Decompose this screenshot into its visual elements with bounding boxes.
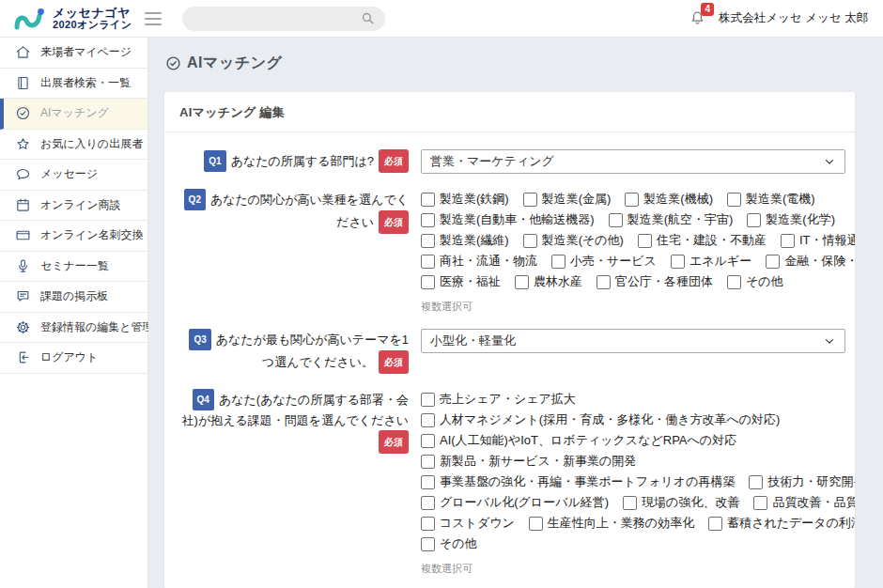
user-name[interactable]: 株式会社メッセ メッセ 太郎 xyxy=(719,10,868,26)
q4-label: Q4あなた(あなたの所属する部署・会社)が抱える課題・問題を選んでください必須 xyxy=(179,389,409,576)
checkbox-option[interactable]: AI(人工知能)やIoT、ロボティックスなどRPAへの対応 xyxy=(421,432,736,449)
checkbox[interactable] xyxy=(421,213,435,227)
checkbox[interactable] xyxy=(749,475,763,489)
checkbox-label: 医療・福祉 xyxy=(440,273,501,290)
checkbox[interactable] xyxy=(609,213,623,227)
brand-logo[interactable]: メッセナゴヤ 2020オンライン xyxy=(13,6,132,32)
q1-department-select[interactable]: 営業・マーケティング xyxy=(421,149,845,174)
checkbox-option[interactable]: 人材マネジメント(採用・育成・多様化・働き方改革への対応) xyxy=(421,411,780,428)
checkbox[interactable] xyxy=(421,475,435,489)
checkbox-option[interactable]: 新製品・新サービス・新事業の開発 xyxy=(421,453,636,470)
q3-theme-select[interactable]: 小型化・軽量化 xyxy=(421,329,845,353)
notifications-button[interactable]: 4 xyxy=(689,8,707,29)
search-input[interactable] xyxy=(192,11,360,26)
sidebar-nav: 来場者マイページ 出展者検索・一覧 AIマッチング お気に入りの出展者 メッセー xyxy=(0,38,148,588)
checkbox[interactable] xyxy=(523,234,537,248)
checkbox-option[interactable]: その他 xyxy=(421,535,477,552)
checkbox-option[interactable]: 製造業(電機) xyxy=(727,191,815,208)
checkbox-option[interactable]: 金融・保険・証券 xyxy=(766,253,855,270)
checkbox-option[interactable]: 製造業(自動車・他輸送機器) xyxy=(421,211,595,228)
checkbox[interactable] xyxy=(781,234,795,248)
hamburger-menu-icon[interactable] xyxy=(145,12,162,25)
top-header: メッセナゴヤ 2020オンライン 4 株式会社メッセ メッセ 太郎 xyxy=(0,0,883,38)
checkbox-option[interactable]: 技術力・研究開発の強化 xyxy=(749,473,855,490)
checkbox-option[interactable]: 製造業(航空・宇宙) xyxy=(609,211,734,228)
chevron-down-icon xyxy=(823,155,836,168)
sidebar-item-ai-matching[interactable]: AIマッチング xyxy=(0,99,147,130)
checkbox[interactable] xyxy=(421,537,435,551)
q4-required-badge: 必須 xyxy=(379,430,409,454)
checkbox-option[interactable]: グローバル化(グローバル経営) xyxy=(421,494,609,511)
sidebar-item-issue-board[interactable]: 課題の掲示板 xyxy=(0,282,147,313)
checkbox-option[interactable]: コストダウン xyxy=(421,515,515,532)
checkbox[interactable] xyxy=(727,275,741,289)
checkbox[interactable] xyxy=(421,434,435,448)
checkbox[interactable] xyxy=(421,234,435,248)
checkbox-option[interactable]: 製造業(鉄鋼) xyxy=(421,191,509,208)
checkbox[interactable] xyxy=(551,255,565,269)
checkbox[interactable] xyxy=(421,255,435,269)
sidebar-item-card-exchange[interactable]: オンライン名刺交換 xyxy=(0,221,147,252)
q3-control: 小型化・軽量化 xyxy=(421,329,845,374)
sidebar-item-label: メッセージ xyxy=(40,166,98,182)
sidebar-item-favorites[interactable]: お気に入りの出展者 xyxy=(0,130,147,161)
checkbox-option[interactable]: 住宅・建設・不動産 xyxy=(638,232,767,249)
checkbox-option[interactable]: 製造業(金属) xyxy=(523,191,612,208)
checkbox[interactable] xyxy=(421,193,435,207)
checkbox[interactable] xyxy=(638,234,652,248)
checkbox-option[interactable]: 現場の強化、改善 xyxy=(623,494,739,511)
checkbox[interactable] xyxy=(529,517,543,531)
checkbox[interactable] xyxy=(523,193,537,207)
checkbox[interactable] xyxy=(747,213,761,227)
checkbox-option[interactable]: 事業基盤の強化・再編・事業ポートフォリオの再構築 xyxy=(421,473,735,490)
checkbox[interactable] xyxy=(421,413,435,427)
logo-line1: メッセナゴヤ xyxy=(53,7,132,20)
checkbox-option[interactable]: 生産性向上・業務の効率化 xyxy=(529,515,694,532)
checkbox[interactable] xyxy=(421,455,435,469)
checkbox-option[interactable]: 医療・福祉 xyxy=(421,273,501,290)
checkbox-option[interactable]: 製造業(化学) xyxy=(747,211,835,228)
search-icon[interactable] xyxy=(360,10,376,26)
checkbox[interactable] xyxy=(421,517,435,531)
checkbox[interactable] xyxy=(421,275,435,289)
sidebar-item-logout[interactable]: ログアウト xyxy=(0,343,147,374)
checkbox[interactable] xyxy=(766,255,780,269)
checkbox-option[interactable]: 製造業(繊維) xyxy=(421,232,509,249)
checkbox-option[interactable]: 蓄積されたデータの利活用 xyxy=(708,515,855,532)
sidebar-item-mypage[interactable]: 来場者マイページ xyxy=(0,38,147,69)
checkbox[interactable] xyxy=(421,393,435,407)
sidebar-item-seminars[interactable]: セミナー一覧 xyxy=(0,252,147,283)
sidebar-item-label: セミナー一覧 xyxy=(40,258,109,274)
checkbox-option[interactable]: その他 xyxy=(727,273,783,290)
checkbox[interactable] xyxy=(708,517,722,531)
page-title-text: AIマッチング xyxy=(187,54,282,73)
checkbox[interactable] xyxy=(623,496,637,510)
checkbox[interactable] xyxy=(421,496,435,510)
app-window: メッセナゴヤ 2020オンライン 4 株式会社メッセ メッセ 太郎 xyxy=(0,0,883,588)
checkbox[interactable] xyxy=(671,255,685,269)
checkbox[interactable] xyxy=(596,275,611,289)
checkbox-option[interactable]: IT・情報通信 xyxy=(781,232,855,249)
q1-label: Q1あなたの所属する部門は?必須 xyxy=(179,149,409,174)
checkbox[interactable] xyxy=(727,193,741,207)
checkbox-option[interactable]: 品質改善・品質管理 xyxy=(753,494,855,511)
checkbox-label: 事業基盤の強化・再編・事業ポートフォリオの再構築 xyxy=(440,473,735,490)
checkbox-option[interactable]: 製造業(機械) xyxy=(625,191,713,208)
sidebar-item-online-meeting[interactable]: オンライン商談 xyxy=(0,191,147,222)
checkbox-option[interactable]: 製造業(その他) xyxy=(523,232,624,249)
checkbox-label: 蓄積されたデータの利活用 xyxy=(727,515,855,532)
checkbox-option[interactable]: 農林水産 xyxy=(515,273,582,290)
search-box[interactable] xyxy=(182,7,385,31)
sidebar-item-account-settings[interactable]: 登録情報の編集と管理 xyxy=(0,313,147,344)
checkbox[interactable] xyxy=(515,275,529,289)
checkbox-option[interactable]: 小売・サービス xyxy=(551,253,657,270)
sidebar-item-exhibitor-search[interactable]: 出展者検索・一覧 xyxy=(0,69,147,100)
checkbox-option[interactable]: 売上シェア・シェア拡大 xyxy=(421,391,576,408)
q1-select-value: 営業・マーケティング xyxy=(430,153,823,170)
checkbox-option[interactable]: 商社・流通・物流 xyxy=(421,253,537,270)
checkbox[interactable] xyxy=(625,193,639,207)
checkbox-option[interactable]: エネルギー xyxy=(671,253,751,270)
checkbox[interactable] xyxy=(753,496,767,510)
sidebar-item-messages[interactable]: メッセージ xyxy=(0,160,147,191)
checkbox-option[interactable]: 官公庁・各種団体 xyxy=(596,273,713,290)
